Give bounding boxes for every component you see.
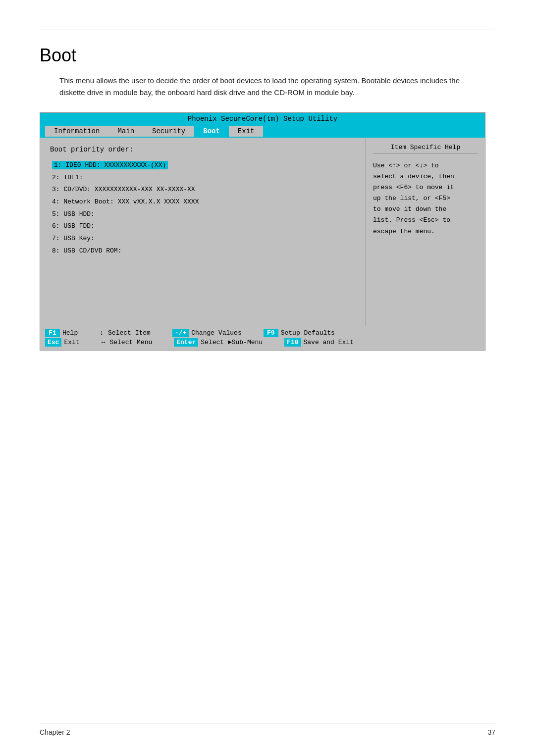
- key-f10: F10: [284, 338, 301, 347]
- boot-item-7[interactable]: 7: USB Key:: [50, 233, 356, 245]
- footer-chapter: Chapter 2: [40, 728, 70, 736]
- updown-icon: ↕: [100, 329, 104, 337]
- footer-page-number: 37: [487, 728, 495, 736]
- label-save-exit: Save and Exit: [304, 339, 354, 346]
- bios-title-bar: Phoenix SecureCore(tm) Setup Utility: [40, 113, 485, 125]
- boot-item-6[interactable]: 6: USB FDD:: [50, 220, 356, 233]
- boot-item-4[interactable]: 4: Network Boot: XXX vXX.X.X XXXX XXXX: [50, 196, 356, 208]
- page-title: Boot: [40, 45, 495, 66]
- bios-body: Boot priority order: 1: IDE0 HDD: XXXXXX…: [40, 138, 485, 326]
- key-f9: F9: [264, 329, 278, 337]
- label-select-menu: Select Menu: [109, 339, 152, 346]
- bios-nav-security[interactable]: Security: [143, 126, 194, 137]
- footer-f10-group: F10 Save and Exit: [284, 338, 366, 347]
- label-setup-defaults: Setup Defaults: [281, 329, 335, 337]
- key-esc: Esc: [45, 338, 61, 347]
- bios-nav-exit[interactable]: Exit: [229, 126, 264, 137]
- key-enter: Enter: [174, 338, 198, 347]
- bios-sidebar-title: Item Specific Help: [373, 144, 478, 153]
- bios-nav-boot[interactable]: Boot: [194, 126, 229, 137]
- page-description: This menu allows the user to decide the …: [59, 75, 485, 99]
- boot-item-5[interactable]: 5: USB HDD:: [50, 208, 356, 221]
- boot-item-2[interactable]: 2: IDE1:: [50, 172, 356, 184]
- bios-footer: F1 Help ↕ Select Item -/+ Change Values …: [40, 326, 485, 350]
- label-help: Help: [62, 329, 78, 337]
- boot-item-3[interactable]: 3: CD/DVD: XXXXXXXXXXX-XXX XX-XXXX-XX: [50, 184, 356, 196]
- footer-enter-group: Enter Select ►Sub-Menu: [174, 338, 274, 347]
- footer-leftright-group: ↔ Select Menu: [102, 339, 164, 346]
- page-footer: Chapter 2 37: [40, 723, 495, 736]
- bios-sidebar-text: Use <↑> or <↓> to select a device, then …: [373, 160, 478, 237]
- bios-section-label: Boot priority order:: [50, 146, 356, 153]
- bios-sidebar: Item Specific Help Use <↑> or <↓> to sel…: [366, 138, 485, 326]
- label-select-item: Select Item: [108, 329, 151, 337]
- bios-boot-list: 1: IDE0 HDD: XXXXXXXXXXX-(XX) 2: IDE1: 3…: [50, 159, 356, 257]
- bios-footer-row-1: F1 Help ↕ Select Item -/+ Change Values …: [45, 329, 480, 337]
- footer-plusminus-group: -/+ Change Values: [172, 329, 254, 337]
- top-divider: [40, 30, 495, 30]
- label-exit: Exit: [64, 339, 79, 346]
- key-plusminus: -/+: [172, 329, 189, 337]
- footer-updown-group: ↕ Select Item: [100, 329, 162, 337]
- bios-main-panel: Boot priority order: 1: IDE0 HDD: XXXXXX…: [40, 138, 366, 326]
- boot-item-8[interactable]: 8: USB CD/DVD ROM:: [50, 245, 356, 257]
- bios-footer-row-2: Esc Exit ↔ Select Menu Enter Select ►Sub…: [45, 338, 480, 347]
- boot-item-1[interactable]: 1: IDE0 HDD: XXXXXXXXXXX-(XX): [50, 159, 356, 172]
- leftright-icon: ↔: [102, 339, 106, 346]
- bios-nav: Information Main Security Boot Exit: [40, 125, 485, 138]
- bios-nav-information[interactable]: Information: [45, 126, 108, 137]
- label-select-submenu: Select ►Sub-Menu: [201, 339, 263, 346]
- footer-f9-group: F9 Setup Defaults: [264, 329, 347, 337]
- bios-nav-main[interactable]: Main: [108, 126, 143, 137]
- key-f1: F1: [45, 329, 60, 337]
- footer-esc-group: Esc Exit: [45, 338, 92, 347]
- footer-f1-group: F1 Help: [45, 329, 90, 337]
- label-change-values: Change Values: [191, 329, 241, 337]
- page-wrapper: Boot This menu allows the user to decide…: [0, 0, 535, 380]
- bios-container: Phoenix SecureCore(tm) Setup Utility Inf…: [40, 112, 485, 351]
